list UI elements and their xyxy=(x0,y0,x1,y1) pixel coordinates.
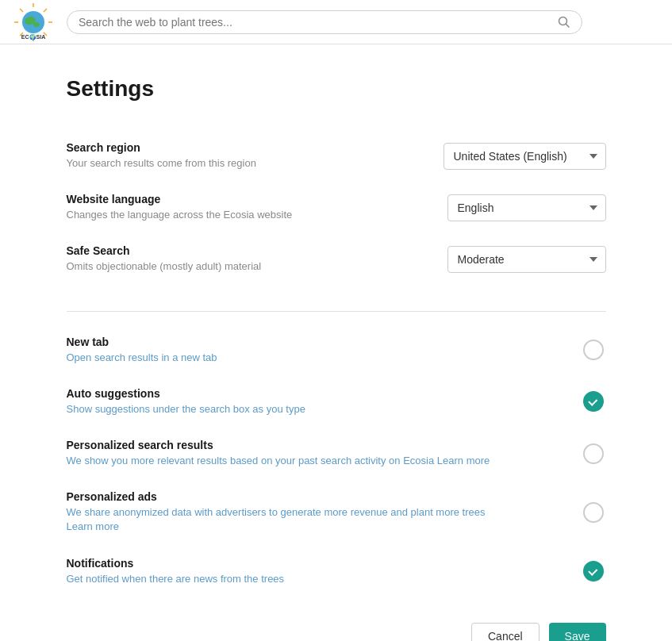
search-region-select[interactable]: United States (English) United Kingdom (… xyxy=(444,143,606,170)
footer-buttons: Cancel Save xyxy=(67,623,606,641)
save-button[interactable]: Save xyxy=(549,623,606,641)
personalized-search-toggle-container[interactable] xyxy=(581,441,606,466)
personalized-ads-desc-text: We share anonymized data with advertiser… xyxy=(67,506,486,518)
main-content: Settings Search region Your search resul… xyxy=(51,44,622,641)
notifications-toggle[interactable] xyxy=(583,561,604,582)
svg-line-4 xyxy=(20,9,23,12)
personalized-ads-toggle[interactable] xyxy=(583,502,604,523)
search-region-desc: Your search results come from this regio… xyxy=(67,156,424,171)
new-tab-row: New tab Open search results in a new tab xyxy=(67,324,606,376)
notifications-desc: Get notified when there are news from th… xyxy=(67,572,562,586)
new-tab-info: New tab Open search results in a new tab xyxy=(67,336,581,365)
search-input[interactable] xyxy=(79,16,558,29)
search-button[interactable] xyxy=(558,16,570,29)
personalized-search-info: Personalized search results We show you … xyxy=(67,439,581,468)
header: EC🌍SIA xyxy=(0,0,672,44)
website-language-control[interactable]: English German French Spanish xyxy=(447,194,606,221)
personalized-ads-info: Personalized ads We share anonymized dat… xyxy=(67,490,581,534)
website-language-select[interactable]: English German French Spanish xyxy=(447,194,606,221)
auto-suggestions-toggle-container[interactable] xyxy=(581,389,606,414)
personalized-search-label: Personalized search results xyxy=(67,439,562,451)
personalized-search-toggle[interactable] xyxy=(583,443,604,464)
personalized-ads-row: Personalized ads We share anonymized dat… xyxy=(67,479,606,545)
section-divider xyxy=(67,311,606,312)
svg-line-13 xyxy=(566,24,570,27)
search-bar[interactable] xyxy=(67,10,582,34)
notifications-toggle-container[interactable] xyxy=(581,558,606,584)
website-language-desc: Changes the language across the Ecosia w… xyxy=(67,208,428,222)
new-tab-desc: Open search results in a new tab xyxy=(67,351,562,365)
safe-search-row: Safe Search Omits objectionable (mostly … xyxy=(67,233,606,285)
safe-search-info: Safe Search Omits objectionable (mostly … xyxy=(67,244,447,274)
auto-suggestions-toggle[interactable] xyxy=(583,391,604,412)
cancel-button[interactable]: Cancel xyxy=(471,623,540,641)
website-language-info: Website language Changes the language ac… xyxy=(67,193,447,222)
safe-search-label: Safe Search xyxy=(67,244,428,257)
search-region-info: Search region Your search results come f… xyxy=(67,141,444,171)
notifications-info: Notifications Get notified when there ar… xyxy=(67,557,581,586)
auto-suggestions-label: Auto suggestions xyxy=(67,387,562,400)
new-tab-toggle-container[interactable] xyxy=(581,337,606,363)
personalized-ads-toggle-container[interactable] xyxy=(581,500,606,525)
personalized-search-desc: We show you more relevant results based … xyxy=(67,454,562,468)
new-tab-label: New tab xyxy=(67,336,562,348)
website-language-label: Website language xyxy=(67,193,428,205)
logo[interactable]: EC🌍SIA xyxy=(13,2,54,43)
personalized-ads-learn-more[interactable]: Learn more xyxy=(67,520,119,532)
safe-search-control[interactable]: Strict Moderate Off xyxy=(447,246,606,273)
toggle-settings-section: New tab Open search results in a new tab… xyxy=(67,324,606,597)
personalized-ads-label: Personalized ads xyxy=(67,490,562,503)
page-title: Settings xyxy=(67,76,606,102)
personalized-ads-desc: We share anonymized data with advertiser… xyxy=(67,505,562,534)
search-region-row: Search region Your search results come f… xyxy=(67,130,606,182)
dropdown-settings-section: Search region Your search results come f… xyxy=(67,130,606,286)
website-language-row: Website language Changes the language ac… xyxy=(67,182,606,233)
new-tab-toggle[interactable] xyxy=(583,340,604,360)
personalized-search-desc-text: We show you more relevant results based … xyxy=(67,455,435,466)
svg-line-6 xyxy=(44,9,47,12)
auto-suggestions-info: Auto suggestions Show suggestions under … xyxy=(67,387,581,416)
search-region-label: Search region xyxy=(67,141,424,154)
search-region-control[interactable]: United States (English) United Kingdom (… xyxy=(444,143,606,170)
safe-search-select[interactable]: Strict Moderate Off xyxy=(447,246,606,273)
notifications-label: Notifications xyxy=(67,557,562,570)
auto-suggestions-desc: Show suggestions under the search box as… xyxy=(67,402,562,416)
personalized-search-row: Personalized search results We show you … xyxy=(67,428,606,479)
notifications-row: Notifications Get notified when there ar… xyxy=(67,546,606,597)
safe-search-desc: Omits objectionable (mostly adult) mater… xyxy=(67,259,428,274)
svg-text:EC🌍SIA: EC🌍SIA xyxy=(21,33,45,40)
auto-suggestions-row: Auto suggestions Show suggestions under … xyxy=(67,376,606,428)
personalized-search-learn-more[interactable]: Learn more xyxy=(437,455,490,466)
